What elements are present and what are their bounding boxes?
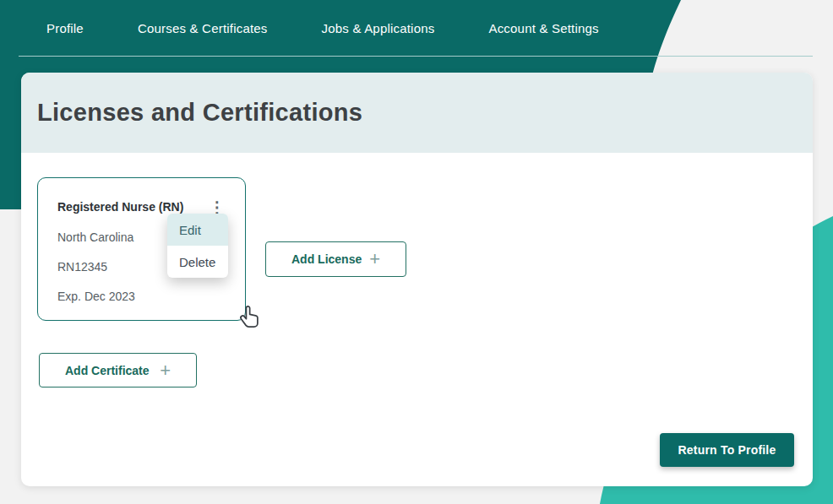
licenses-certifications-panel: Licenses and Certifications Registered N…	[21, 73, 813, 486]
nav-item-jobs-applications[interactable]: Jobs & Applications	[322, 21, 435, 35]
add-license-button[interactable]: Add License +	[265, 241, 406, 277]
app-screen: Profile Courses & Certificates Jobs & Ap…	[0, 0, 833, 504]
menu-item-delete[interactable]: Delete	[167, 246, 228, 278]
add-license-label: Add License	[291, 252, 362, 266]
nav-underline-divider	[19, 56, 813, 57]
panel-header: Licenses and Certifications	[21, 73, 813, 153]
plus-icon: +	[369, 250, 380, 268]
add-certificate-label: Add Certificate	[65, 364, 150, 377]
return-to-profile-label: Return To Profile	[678, 443, 776, 457]
license-context-menu: Edit Delete	[167, 214, 228, 278]
license-state: North Carolina	[57, 230, 133, 244]
nav-item-courses-certificates[interactable]: Courses & Certificates	[138, 21, 268, 35]
add-certificate-button[interactable]: Add Certificate +	[39, 353, 197, 387]
return-to-profile-button[interactable]: Return To Profile	[660, 433, 794, 467]
nav-item-profile[interactable]: Profile	[46, 21, 84, 35]
menu-item-edit[interactable]: Edit	[167, 214, 228, 246]
nav-item-account-settings[interactable]: Account & Settings	[488, 21, 598, 35]
license-number: RN12345	[57, 260, 107, 274]
license-expiry: Exp. Dec 2023	[57, 290, 135, 303]
plus-icon: +	[160, 361, 171, 380]
license-title: Registered Nurse (RN)	[57, 200, 183, 214]
top-navigation: Profile Courses & Certificates Jobs & Ap…	[0, 0, 684, 56]
page-title: Licenses and Certifications	[37, 99, 362, 127]
